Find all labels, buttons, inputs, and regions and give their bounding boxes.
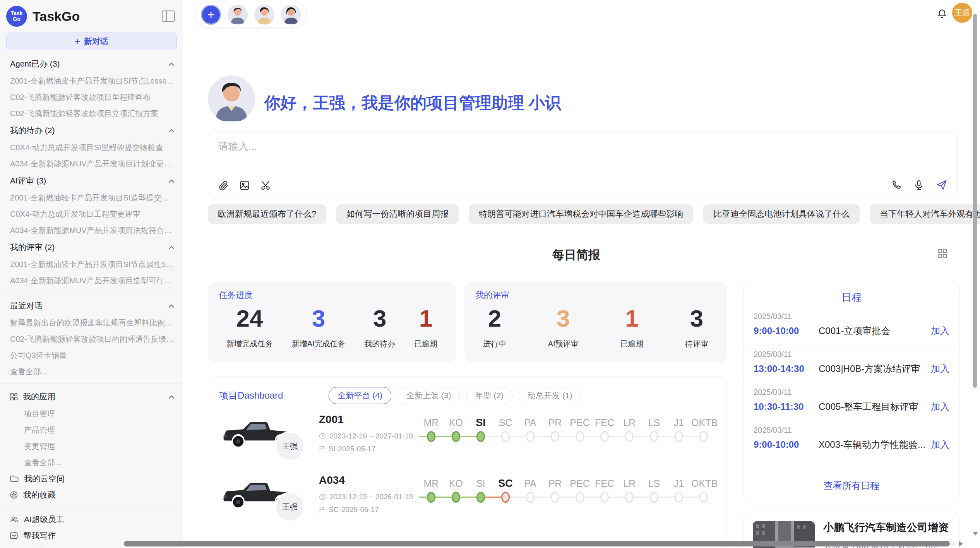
schedule-event-title: C001-立项审批会 — [819, 325, 931, 337]
join-meeting-link[interactable]: 加入 — [931, 401, 949, 413]
sidebar-section-title: Agent已办 (3) — [10, 58, 60, 69]
milestone: J1 — [666, 415, 691, 472]
vertical-scrollbar-thumb[interactable] — [973, 14, 977, 388]
attachment-icon[interactable] — [218, 180, 229, 191]
layout-grid-icon[interactable] — [937, 248, 947, 259]
recent-chats-header[interactable]: 最近对话 — [0, 297, 183, 315]
suggestion-chip[interactable]: 比亚迪全固态电池计划具体说了什么 — [703, 204, 860, 224]
sidebar-task-item[interactable]: C02-飞腾新能源轻客改款项目立项汇报方案 — [0, 105, 183, 122]
recent-chats-view-all[interactable]: 查看全部... — [0, 363, 183, 380]
project-code: Z001 — [319, 413, 419, 426]
scroll-right-arrow-icon[interactable] — [959, 541, 963, 546]
logo-text-top: Task — [11, 10, 23, 16]
milestone-label: PR — [543, 476, 567, 491]
sidebar-task-item[interactable]: Z001-全新燃油轻卡产品开发项目SI节点属性5D文件评审 — [0, 256, 183, 272]
sidebar-section-header[interactable]: 我的待办 (2) — [0, 122, 183, 139]
milestone-label: J1 — [666, 415, 691, 430]
sidebar-task-item[interactable]: Z001-全新燃油轻卡产品开发项目SI造型提交物评审 — [0, 190, 183, 206]
my-apps-header[interactable]: 我的应用 — [0, 388, 183, 406]
milestone-dot — [452, 492, 460, 503]
recent-chat-item[interactable]: C02-飞腾新能源轻客改款项目的闭环通告反馈情况 — [0, 331, 183, 347]
sidebar-task-item[interactable]: A034-全新新能源MUV产品开发项目计划变更表编写 — [0, 156, 183, 172]
project-dates: 2023-12-19 ~ 2026-01-19 — [329, 493, 413, 501]
stat-item: 3 待评审 — [685, 306, 708, 349]
notifications-bell-icon[interactable] — [937, 9, 947, 19]
microphone-icon[interactable] — [913, 180, 924, 190]
screenshot-scissors-icon[interactable] — [260, 180, 271, 191]
stat-item: 1 已逾期 — [620, 306, 643, 349]
stat-label: 新增AI完成任务 — [292, 339, 346, 349]
sidebar-task-item[interactable]: C0X4-动力总成开发项目工程变更评审 — [0, 206, 183, 222]
app-item[interactable]: 项目管理 — [0, 406, 183, 422]
milestone-dot-area — [493, 491, 518, 505]
project-row[interactable]: 王强 Z001 2023-12-19 ~ 2027-01-19 — [208, 411, 726, 472]
sidebar-section: Agent已办 (3) Z001-全新燃油皮卡产品开发项目SI节点Lesson … — [0, 55, 183, 122]
milestone-label: PA — [518, 476, 543, 491]
milestone: KO — [444, 415, 468, 472]
sidebar-task-item[interactable]: C02-飞腾新能源轻客改款项目里程碑画布 — [0, 89, 183, 105]
stat-value: 3 — [364, 306, 395, 331]
milestone: J1 — [666, 476, 691, 533]
sidebar-section-header[interactable]: 我的评审 (2) — [0, 238, 183, 256]
chevron-up-icon — [169, 246, 174, 249]
sidebar-task-item[interactable]: C0X4-动力总成开发项目SI里程碑提交物检查 — [0, 139, 183, 156]
join-meeting-link[interactable]: 加入 — [931, 363, 949, 375]
milestone-dot — [675, 492, 683, 503]
sidebar-task-item[interactable]: A034-全新新能源MUV产品开发项目法规符合性评审 — [0, 222, 183, 238]
suggestion-chip[interactable]: 欧洲新规最近颁布了什么? — [208, 204, 326, 224]
sidebar-task-item[interactable]: Z001-全新燃油皮卡产品开发项目SI节点Lesson Learn报告 — [0, 73, 183, 89]
sidebar-collapse-icon[interactable] — [162, 10, 175, 22]
add-conversation-button[interactable]: + — [201, 5, 221, 25]
send-icon[interactable] — [936, 179, 947, 191]
dashboard-filter-pill[interactable]: 动总开发 (1) — [519, 387, 581, 404]
schedule-entry-row: 9:00-10:00 C001-立项审批会 加入 — [754, 325, 949, 337]
member-avatar[interactable] — [281, 5, 301, 25]
milestone-label: SC — [493, 415, 518, 430]
member-avatar[interactable] — [228, 5, 248, 25]
stat-value: 3 — [292, 306, 346, 331]
new-chat-button[interactable]: + 新对话 — [6, 33, 177, 50]
app-item[interactable]: 变更管理 — [0, 438, 183, 454]
view-all-schedule-link[interactable]: 查看所有日程 — [744, 474, 959, 500]
app-item[interactable]: 产品管理 — [0, 422, 183, 438]
milestone-dot — [551, 492, 559, 503]
my-apps-view-all[interactable]: 查看全部... — [0, 454, 183, 471]
recent-chat-item[interactable]: 解释最新出台的欧盟报废车法规再生塑料比例被调至15%... — [0, 315, 183, 331]
recent-chat-item[interactable]: 公司Q3轻卡销量 — [0, 347, 183, 363]
sidebar-section-header[interactable]: AI评审 (3) — [0, 172, 183, 190]
image-upload-icon[interactable] — [239, 180, 250, 191]
project-media: 王强 — [218, 472, 314, 533]
milestone-dot — [526, 431, 535, 442]
sidebar-section-header[interactable]: Agent已办 (3) — [0, 55, 183, 73]
stat-label: 待评审 — [685, 339, 708, 349]
suggestion-chip[interactable]: 如何写一份清晰的项目周报 — [336, 204, 459, 224]
dashboard-filter-pill[interactable]: 全新上装 (3) — [397, 387, 460, 404]
milestone-dot-area — [419, 430, 444, 444]
join-meeting-link[interactable]: 加入 — [931, 438, 949, 451]
scroll-down-arrow-icon[interactable] — [973, 532, 978, 536]
sidebar-item-cloud-space[interactable]: 我的云空间 — [0, 471, 183, 487]
schedule-event-title: X003-车辆动力学性能验... — [819, 438, 931, 451]
dashboard-filter-pill[interactable]: 全新平台 (4) — [329, 387, 391, 404]
my-apps-list: 项目管理产品管理变更管理 — [0, 406, 183, 454]
user-avatar[interactable]: 王强 — [952, 3, 972, 23]
milestone-label: MR — [419, 476, 444, 491]
chat-input[interactable] — [218, 139, 877, 164]
stat-label: 进行中 — [483, 339, 506, 349]
sidebar-task-item[interactable]: A034-全新新能源MUV产品开发项目造型可行性评审 — [0, 272, 183, 289]
milestone-dot-area — [666, 430, 691, 444]
sidebar-item-ai-employee[interactable]: AI超级员工 — [0, 511, 183, 527]
milestone-dot-area — [543, 430, 567, 444]
horizontal-scrollbar-thumb[interactable] — [124, 541, 950, 546]
suggestion-chip[interactable]: 特朗普可能对进口汽车增税会对中国车企造成哪些影响 — [469, 204, 693, 224]
project-row[interactable]: 王强 A034 2023-12-19 ~ 2026-01-19 — [208, 472, 726, 533]
join-meeting-link[interactable]: 加入 — [931, 325, 949, 337]
input-toolbar-right — [891, 179, 947, 191]
creative-draw-label: 创意制图 — [23, 546, 55, 548]
sidebar-item-favorites[interactable]: 我的收藏 — [0, 487, 183, 503]
milestone: PA — [518, 415, 543, 472]
dashboard-filter-pill[interactable]: 年型 (2) — [466, 387, 512, 404]
suggestion-chip[interactable]: 当下年轻人对汽车外观有怎样的喜好趋势 — [870, 204, 980, 224]
member-avatar[interactable] — [254, 5, 274, 25]
voice-call-icon[interactable] — [891, 180, 902, 190]
